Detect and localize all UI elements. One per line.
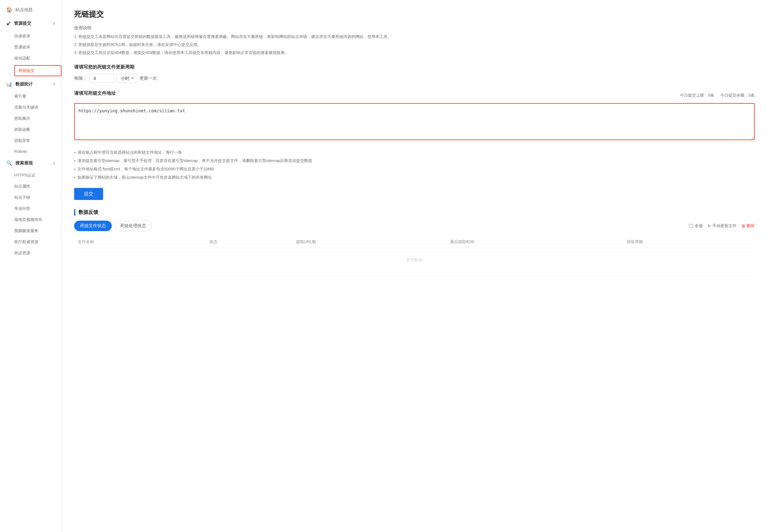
select-all-label[interactable]: 全选 (689, 223, 703, 229)
url-header: 请填写死链文件地址 今日提交上限：5条 今日提交余额：5条 (74, 90, 755, 100)
sidebar-item-landing-video[interactable]: 落地页视频转存 (14, 214, 61, 225)
sidebar-section-search-display[interactable]: 🔍 搜索展现 ∧ (0, 156, 61, 170)
tab-actions: 全选 ↻ 手动更新文件 🗑 删除 (689, 223, 755, 229)
refresh-button[interactable]: ↻ 手动更新文件 (708, 223, 736, 229)
sidebar-item-video-speed[interactable]: 视频极速服务 (14, 225, 61, 236)
sidebar: 🏠 站点信息 ↙ 资源提交 ∧ 快速收录 普通收录 移动适配 死链提交 📊 数据… (0, 0, 62, 532)
sidebar-item-index-volume[interactable]: 索引量 (14, 91, 61, 102)
search-display-icon: 🔍 (6, 160, 12, 166)
page-title: 死链提交 (74, 9, 755, 19)
tip-4: 如果验证了网站的主域，那么sitemap文件中可包含该网站主域下的所有网址 (74, 173, 755, 182)
sidebar-item-site-info[interactable]: 🏠 站点信息 (0, 3, 61, 16)
description-block: 使用说明 1. 死链提交工具是网站向百度提交死链的数据推送工具，被推送死链将被百… (74, 25, 755, 57)
sidebar-item-dead-link[interactable]: 死链提交 (14, 65, 61, 76)
col-last-crawl: 最后抓取时间 (447, 236, 623, 248)
sidebar-section-data-stats[interactable]: 📊 数据统计 ∧ (0, 77, 61, 91)
tip-2: 请勿提交索引型sitemap，索引型不予处理，且若存在索引型sitemap，将不… (74, 157, 755, 165)
url-section: 请填写死链文件地址 今日提交上限：5条 今日提交余额：5条 https://yu… (74, 90, 755, 141)
select-all-checkbox[interactable] (689, 224, 693, 228)
tip-1: 请在输入框中填写当前选择站点的死链文件地址，每行一条 (74, 148, 755, 157)
sidebar-item-crawl-diagnose[interactable]: 抓取诊断 (14, 124, 61, 135)
desc-item-2: 2. 死链抓取后生效时间为1周，如超时未生效，请在反馈中心提交反馈。 (74, 41, 755, 49)
url-textarea[interactable]: https://yunying.shunshinet.com/silian.tx… (74, 103, 755, 140)
sidebar-item-hot-resource[interactable]: 热议资源 (14, 247, 61, 259)
sidebar-item-site-subchain[interactable]: 站点子链 (14, 192, 61, 203)
submit-icon: ↙ (6, 20, 11, 27)
delete-button[interactable]: 🗑 删除 (741, 223, 755, 229)
feedback-title: 数据反馈 (74, 209, 755, 216)
sidebar-item-https-cert[interactable]: HTTPS认证 (14, 170, 61, 181)
sidebar-item-traffic-keywords[interactable]: 流量与关键词 (14, 102, 61, 113)
desc-item-1: 1. 死链提交工具是网站向百度提交死链的数据推送工具，被推送死链将被百度搜索屏蔽… (74, 33, 755, 41)
col-filename: 文件名称 (74, 236, 206, 248)
chevron-up-icon3: ∧ (52, 161, 55, 165)
home-icon: 🏠 (6, 7, 12, 13)
sidebar-item-crawl-frequency[interactable]: 抓取频次 (14, 113, 61, 124)
desc-label: 使用说明 (74, 25, 755, 31)
sidebar-item-robots[interactable]: Robots (14, 146, 61, 156)
chevron-up-icon: ∧ (52, 21, 55, 26)
tips-block: 请在输入框中填写当前选择站点的死链文件地址，每行一条 请勿提交索引型sitema… (74, 148, 755, 182)
period-prefix: 每隔： (74, 76, 87, 81)
feedback-section: 数据反馈 死链文件状态 死链处理状态 全选 ↻ 手动更新文件 🗑 删除 (74, 209, 755, 272)
sidebar-item-medical-auth[interactable]: 医疗权威资源 (14, 236, 61, 247)
sidebar-item-quick-index[interactable]: 快速收录 (14, 31, 61, 42)
resource-submit-submenu: 快速收录 普通收录 移动适配 死链提交 (0, 31, 61, 76)
chevron-up-icon2: ∧ (52, 82, 55, 86)
period-suffix: 更新一次 (140, 76, 157, 81)
quota-remain: 今日提交余额：5条 (720, 93, 755, 98)
sidebar-item-mobile-adapt[interactable]: 移动适配 (14, 53, 61, 64)
period-section: 请填写您的死链文件更新周期 每隔： 小时 天 周 更新一次 (74, 64, 755, 83)
period-title: 请填写您的死链文件更新周期 (74, 64, 755, 70)
sidebar-item-site-attr[interactable]: 站点属性 (14, 181, 61, 192)
data-stats-submenu: 索引量 流量与关键词 抓取频次 抓取诊断 抓取异常 Robots (0, 91, 61, 156)
period-row: 每隔： 小时 天 周 更新一次 (74, 74, 755, 83)
search-display-submenu: HTTPS认证 站点属性 站点子链 专业问答 落地页视频转存 视频极速服务 医疗… (0, 170, 61, 259)
col-url-count: 提取URL数 (292, 236, 447, 248)
feedback-table: 文件名称 状态 提取URL数 最后抓取时间 抓取周期 暂无数据 (74, 236, 755, 272)
period-unit-select[interactable]: 小时 天 周 (117, 74, 137, 83)
url-section-title: 请填写死链文件地址 (74, 90, 116, 96)
refresh-icon: ↻ (708, 224, 711, 228)
table-empty-row: 暂无数据 (74, 248, 755, 272)
stats-icon: 📊 (6, 81, 12, 87)
tabs-row: 死链文件状态 死链处理状态 全选 ↻ 手动更新文件 🗑 删除 (74, 221, 755, 231)
period-input[interactable] (90, 74, 114, 83)
tip-3: 文件地址格式为txt或xml，每个地址文件最多包含50000个网址且需小于10M… (74, 165, 755, 173)
sidebar-section-resource-submit[interactable]: ↙ 资源提交 ∧ (0, 16, 61, 31)
main-content: 死链提交 使用说明 1. 死链提交工具是网站向百度提交死链的数据推送工具，被推送… (62, 0, 767, 532)
sidebar-item-normal-index[interactable]: 普通收录 (14, 42, 61, 53)
url-quota: 今日提交上限：5条 今日提交余额：5条 (675, 93, 755, 98)
col-status: 状态 (206, 236, 292, 248)
sidebar-item-expert-qa[interactable]: 专业问答 (14, 203, 61, 214)
tab-dead-link-file-status[interactable]: 死链文件状态 (74, 221, 112, 231)
col-crawl-period: 抓取周期 (623, 236, 755, 248)
trash-icon: 🗑 (741, 224, 745, 228)
sidebar-item-crawl-abnormal[interactable]: 抓取异常 (14, 135, 61, 146)
submit-button[interactable]: 提交 (74, 188, 103, 200)
desc-item-3: 3. 死链提交工具仅识别404数据，请提交404数据；请勿使用本工具提交非死链内… (74, 49, 755, 57)
tab-dead-link-process-status[interactable]: 死链处理状态 (114, 221, 152, 231)
quota-limit: 今日提交上限：5条 (680, 93, 714, 98)
